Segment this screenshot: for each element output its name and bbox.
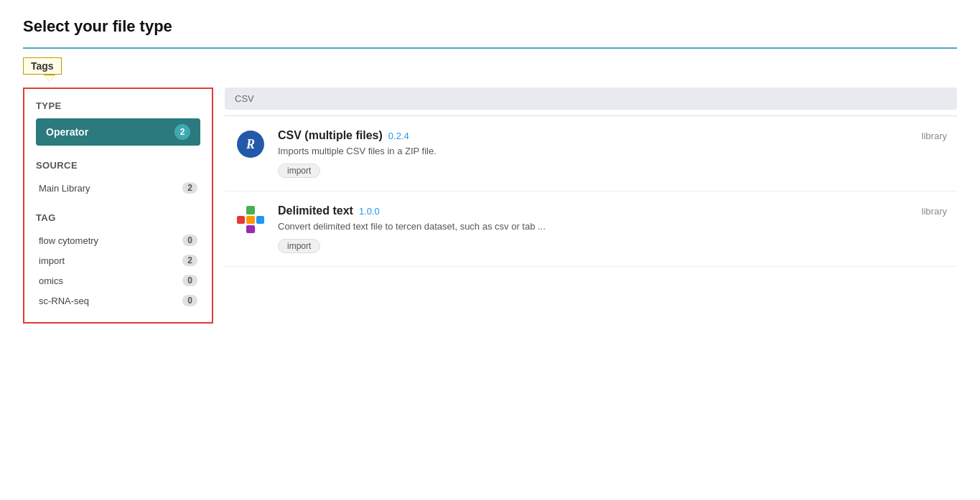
tag-name: omics [39, 275, 63, 286]
source-item-main-library[interactable]: Main Library 2 [36, 178, 200, 198]
result-icon-r: R [235, 129, 266, 158]
plus-dot [246, 206, 254, 214]
plus-dot [246, 225, 254, 233]
tooltip-wrapper: Tags [23, 57, 62, 82]
result-version: 1.0.0 [359, 206, 380, 217]
type-section: Type Operator 2 [36, 100, 200, 146]
result-name: CSV (multiple files) [278, 129, 383, 142]
result-body: Delimited text 1.0.0 Convert delimited t… [278, 204, 907, 253]
tag-name: flow cytometry [39, 235, 98, 246]
result-card-csv-multiple[interactable]: R CSV (multiple files) 0.2.4 Imports mul… [225, 116, 957, 192]
tag-count: 2 [182, 255, 197, 266]
page-title: Select your file type [23, 17, 957, 36]
plus-dot [256, 216, 264, 224]
result-source: library [907, 204, 947, 217]
r-logo-icon: R [237, 131, 264, 158]
operator-button[interactable]: Operator 2 [36, 118, 200, 146]
tag-label: Tag [36, 212, 200, 223]
source-section: Source Main Library 2 [36, 160, 200, 198]
plus-dot [256, 225, 264, 233]
tag-item-sc-rna-seq[interactable]: sc-RNA-seq 0 [36, 291, 200, 311]
result-tag[interactable]: import [278, 164, 320, 178]
tag-count: 0 [182, 295, 197, 306]
result-icon-plus [235, 204, 266, 233]
plus-dot [237, 225, 245, 233]
tag-name: sc-RNA-seq [39, 296, 89, 306]
tag-section: Tag flow cytometry 0 import 2 omics 0 sc… [36, 212, 200, 311]
plus-dot [237, 206, 245, 214]
result-source: library [907, 129, 947, 141]
operator-badge: 2 [174, 124, 190, 140]
operator-button-label: Operator [46, 126, 88, 138]
main-layout: Type Operator 2 Source Main Library 2 Ta… [23, 88, 957, 324]
tag-count: 0 [182, 235, 197, 246]
result-body: CSV (multiple files) 0.2.4 Imports multi… [278, 129, 907, 178]
result-description: Convert delimited text file to tercen da… [278, 220, 907, 233]
result-title-row: CSV (multiple files) 0.2.4 [278, 129, 907, 142]
content-area: CSV R CSV (multiple files) 0.2.4 Imports… [225, 88, 957, 324]
tag-count: 0 [182, 275, 197, 286]
plus-dot [246, 216, 254, 224]
result-name: Delimited text [278, 204, 353, 217]
source-count: 2 [182, 182, 197, 194]
sidebar: Type Operator 2 Source Main Library 2 Ta… [23, 88, 213, 324]
tooltip-box: Tags [23, 57, 62, 75]
top-divider [23, 47, 957, 49]
tag-item-flow-cytometry[interactable]: flow cytometry 0 [36, 230, 200, 250]
tag-item-omics[interactable]: omics 0 [36, 270, 200, 291]
result-tag[interactable]: import [278, 239, 320, 253]
tag-item-import[interactable]: import 2 [36, 250, 200, 270]
result-title-row: Delimited text 1.0.0 [278, 204, 907, 217]
plus-logo-icon [237, 206, 264, 233]
source-label: Source [36, 160, 200, 171]
plus-dot [237, 216, 245, 224]
result-card-delimited-text[interactable]: Delimited text 1.0.0 Convert delimited t… [225, 192, 957, 267]
search-bar[interactable]: CSV [225, 88, 957, 110]
type-label: Type [36, 100, 200, 111]
plus-dot [256, 206, 264, 214]
source-name: Main Library [39, 183, 90, 194]
tag-name: import [39, 255, 65, 266]
result-description: Imports multiple CSV files in a ZIP file… [278, 145, 907, 158]
tooltip-arrow [44, 75, 55, 82]
result-version: 0.2.4 [388, 131, 409, 141]
